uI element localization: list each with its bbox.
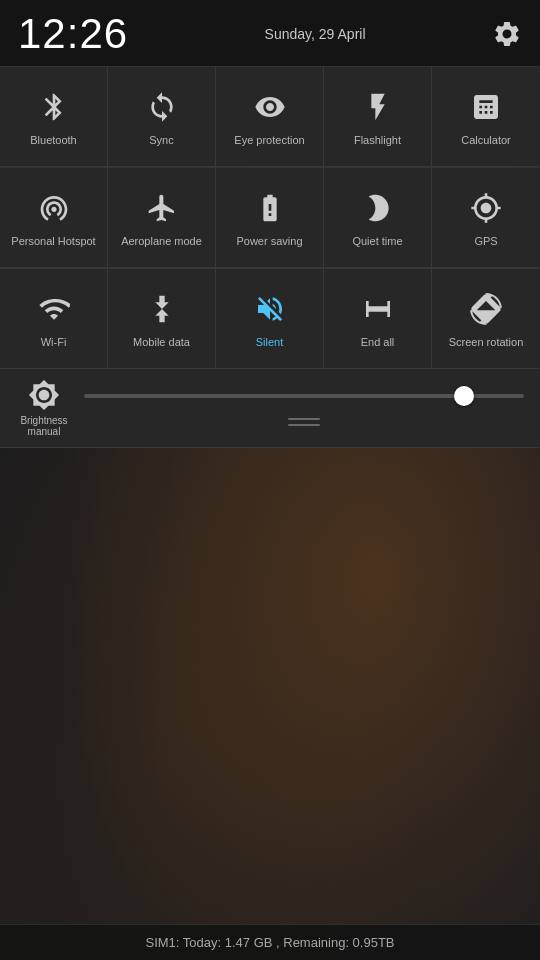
tile-screen-rotation-label: Screen rotation (449, 335, 524, 349)
tile-sync-label: Sync (149, 133, 173, 147)
tile-personal-hotspot-label: Personal Hotspot (11, 234, 95, 248)
settings-button[interactable] (492, 19, 522, 49)
tile-quiet-time-label: Quiet time (352, 234, 402, 248)
end-all-icon (360, 291, 396, 327)
tile-sync[interactable]: Sync (108, 67, 216, 167)
brightness-control[interactable]: Brightnessmanual (16, 379, 72, 437)
tile-end-all[interactable]: End all (324, 269, 432, 369)
tile-power-saving-label: Power saving (236, 234, 302, 248)
brightness-icon (28, 379, 60, 411)
tile-calculator-label: Calculator (461, 133, 511, 147)
sim-info: SIM1: Today: 1.47 GB , Remaining: 0.95TB (145, 935, 394, 950)
quick-tiles-row1: Bluetooth Sync Eye protection Flashlight (0, 66, 540, 167)
tile-flashlight-label: Flashlight (354, 133, 401, 147)
bluetooth-icon (36, 89, 72, 125)
wifi-icon (36, 291, 72, 327)
hotspot-icon (36, 190, 72, 226)
moon-icon (360, 190, 396, 226)
battery-icon (252, 190, 288, 226)
calculator-icon (468, 89, 504, 125)
tile-bluetooth-label: Bluetooth (30, 133, 76, 147)
tile-power-saving[interactable]: Power saving (216, 168, 324, 268)
tile-screen-rotation[interactable]: Screen rotation (432, 269, 540, 369)
tile-quiet-time[interactable]: Quiet time (324, 168, 432, 268)
tile-flashlight[interactable]: Flashlight (324, 67, 432, 167)
bottom-bar: SIM1: Today: 1.47 GB , Remaining: 0.95TB (0, 924, 540, 960)
tile-silent[interactable]: Silent (216, 269, 324, 369)
brightness-slider[interactable] (84, 394, 524, 398)
tile-eye-protection-label: Eye protection (234, 133, 304, 147)
handle-line-1 (288, 418, 320, 420)
drag-handle-icon (284, 416, 324, 428)
tile-calculator[interactable]: Calculator (432, 67, 540, 167)
date: Sunday, 29 April (138, 26, 492, 42)
tile-aeroplane-mode-label: Aeroplane mode (121, 234, 202, 248)
quick-tiles-row2: Personal Hotspot Aeroplane mode Power sa… (0, 167, 540, 268)
tile-mobile-data[interactable]: Mobile data (108, 269, 216, 369)
clock: 12:26 (18, 10, 128, 58)
tile-wifi[interactable]: Wi-Fi (0, 269, 108, 369)
tile-silent-label: Silent (256, 335, 284, 349)
status-bar: 12:26 Sunday, 29 April (0, 0, 540, 66)
quick-tiles-row3: Wi-Fi Mobile data Silent End all (0, 268, 540, 369)
brightness-slider-container (84, 386, 524, 430)
tile-mobile-data-label: Mobile data (133, 335, 190, 349)
drag-handle (84, 414, 524, 430)
brightness-label: Brightnessmanual (20, 415, 67, 437)
sync-icon (144, 89, 180, 125)
screen-rotation-icon (468, 291, 504, 327)
tile-gps-label: GPS (474, 234, 497, 248)
eye-protection-icon (252, 89, 288, 125)
tile-gps[interactable]: GPS (432, 168, 540, 268)
handle-line-2 (288, 424, 320, 426)
tile-end-all-label: End all (361, 335, 395, 349)
plane-icon (144, 190, 180, 226)
tile-bluetooth[interactable]: Bluetooth (0, 67, 108, 167)
flashlight-icon (360, 89, 396, 125)
tile-aeroplane-mode[interactable]: Aeroplane mode (108, 168, 216, 268)
gps-icon (468, 190, 504, 226)
mobile-data-icon (144, 291, 180, 327)
silent-icon (252, 291, 288, 327)
tile-personal-hotspot[interactable]: Personal Hotspot (0, 168, 108, 268)
tile-wifi-label: Wi-Fi (41, 335, 67, 349)
tile-eye-protection[interactable]: Eye protection (216, 67, 324, 167)
brightness-row: Brightnessmanual (0, 369, 540, 448)
